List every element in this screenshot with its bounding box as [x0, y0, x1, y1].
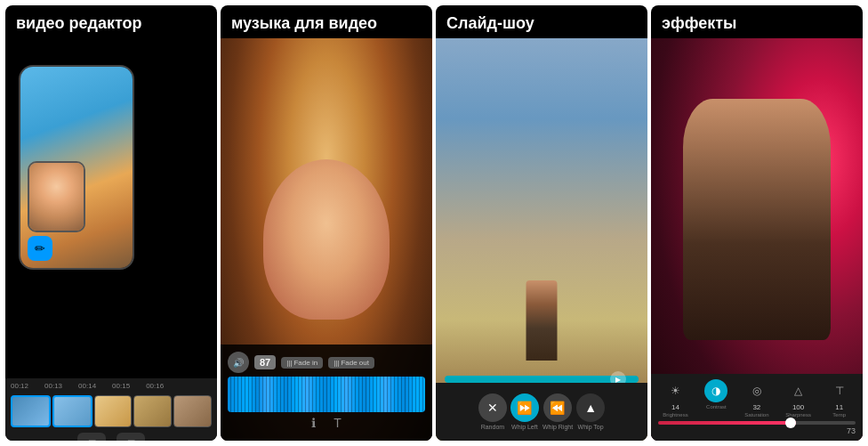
contrast-item[interactable]: ◑ Contrast	[704, 379, 727, 418]
whip-top-label: Whip Top	[578, 424, 604, 430]
whip-right-label: Whip Right	[542, 424, 573, 430]
girl-overlay-photo	[28, 161, 85, 232]
thumb-5[interactable]	[173, 395, 212, 427]
time-3: 00:14	[78, 382, 96, 390]
bottom-tool-icons: ▦ ▤	[5, 429, 217, 441]
temp-label: Temp	[832, 412, 846, 418]
panel-video-editor: видео редактор ✏ 00:12 00:13 00:14 00:15…	[5, 5, 217, 441]
sharpness-icon: △	[787, 379, 810, 402]
temp-item[interactable]: ⊤ 11 Temp	[828, 379, 851, 418]
edit-icon[interactable]: ✏	[28, 236, 52, 261]
whip-right-icon: ⏪	[543, 393, 572, 422]
whip-right-button[interactable]: ⏪ Whip Right	[542, 393, 573, 430]
random-label: Random	[481, 424, 504, 430]
skateboarder-photo: ✏	[20, 67, 133, 268]
tool-icon-1[interactable]: ▦	[77, 433, 106, 441]
whip-left-label: Whip Left	[511, 424, 538, 430]
panel-slideshow: Слайд-шоу ▶ ✕ Random ⏩ Whip Left ⏪	[436, 5, 647, 441]
saturation-item[interactable]: ◎ 32 Saturation	[744, 379, 768, 418]
saturation-label: Saturation	[744, 412, 768, 418]
timeline-thumbnails[interactable]	[5, 393, 217, 429]
whip-left-button[interactable]: ⏩ Whip Left	[510, 393, 539, 430]
time-2: 00:13	[44, 382, 62, 390]
effects-slider[interactable]	[658, 421, 856, 425]
text-icon[interactable]: T	[334, 416, 342, 430]
random-button[interactable]: ✕ Random	[478, 393, 507, 430]
slider-value: 73	[655, 426, 859, 435]
thumb-2[interactable]	[52, 395, 92, 427]
fade-out-label: Fade out	[341, 359, 369, 367]
fade-out-button[interactable]: ||| Fade out	[328, 357, 374, 369]
panel-music: музыка для видео 🔊 87 ||| Fade in ||| Fa…	[221, 5, 432, 441]
tool-icon-2[interactable]: ▤	[117, 433, 145, 441]
sharpness-item[interactable]: △ 100 Sharpness	[785, 379, 811, 418]
panel1-title: видео редактор	[5, 5, 217, 38]
fade-in-label: Fade in	[293, 359, 317, 367]
neon-woman-figure	[683, 99, 832, 340]
time-5: 00:16	[146, 382, 164, 390]
music-controls: 🔊 87 ||| Fade in ||| Fade out ℹ T	[221, 345, 432, 441]
music-controls-row: 🔊 87 ||| Fade in ||| Fade out	[228, 352, 425, 373]
saturation-icon: ◎	[745, 379, 768, 402]
thumb-3[interactable]	[94, 395, 133, 427]
slide-controls: ✕ Random ⏩ Whip Left ⏪ Whip Right ▲ Whip…	[436, 383, 647, 441]
brightness-value: 14	[671, 403, 679, 411]
whip-top-icon: ▲	[576, 393, 605, 422]
panel-effects: эффекты ☀ 14 Brightness ◑ Contrast ◎	[651, 5, 863, 441]
brightness-label: Brightness	[663, 412, 687, 418]
thumb-1[interactable]	[11, 395, 51, 427]
whip-left-icon: ⏩	[510, 393, 539, 422]
time-1: 00:12	[11, 382, 28, 390]
music-bottom-icons: ℹ T	[228, 412, 425, 434]
timeline-times: 00:12 00:13 00:14 00:15 00:16	[5, 378, 217, 393]
random-icon: ✕	[478, 393, 507, 422]
saturation-value: 32	[752, 403, 760, 411]
sharpness-value: 100	[792, 403, 804, 411]
slideshow-photo: ▶	[436, 38, 647, 441]
fade-in-button[interactable]: ||| Fade in	[281, 357, 323, 369]
woman-standing-figure	[526, 280, 558, 361]
panel4-title: эффекты	[651, 5, 863, 38]
effects-icons-row: ☀ 14 Brightness ◑ Contrast ◎ 32 Saturati…	[655, 379, 859, 418]
brightness-item[interactable]: ☀ 14 Brightness	[663, 379, 687, 418]
contrast-label: Contrast	[706, 404, 727, 410]
brightness-icon: ☀	[664, 379, 687, 402]
phone-mockup-main: ✏	[19, 65, 134, 270]
temp-icon: ⊤	[828, 379, 851, 402]
slide-progress-bar[interactable]: ▶	[445, 376, 639, 383]
timeline-bar: 00:12 00:13 00:14 00:15 00:16 ▦ ▤	[5, 378, 217, 441]
woman-face	[263, 159, 390, 320]
audio-waveform[interactable]	[228, 377, 425, 412]
time-4: 00:15	[112, 382, 130, 390]
effects-controls: ☀ 14 Brightness ◑ Contrast ◎ 32 Saturati…	[651, 374, 863, 441]
girl-face	[29, 163, 84, 231]
temp-value: 11	[835, 403, 843, 411]
contrast-icon: ◑	[704, 379, 727, 402]
thumb-4[interactable]	[133, 395, 172, 427]
volume-number[interactable]: 87	[254, 355, 276, 369]
transition-buttons-row: ✕ Random ⏩ Whip Left ⏪ Whip Right ▲ Whip…	[478, 393, 605, 430]
whip-top-button[interactable]: ▲ Whip Top	[576, 393, 605, 430]
volume-icon[interactable]: 🔊	[228, 352, 249, 373]
panel3-title: Слайд-шоу	[436, 5, 647, 38]
panel2-title: музыка для видео	[221, 5, 432, 38]
app-container: видео редактор ✏ 00:12 00:13 00:14 00:15…	[0, 0, 868, 446]
info-icon[interactable]: ℹ	[311, 416, 316, 430]
